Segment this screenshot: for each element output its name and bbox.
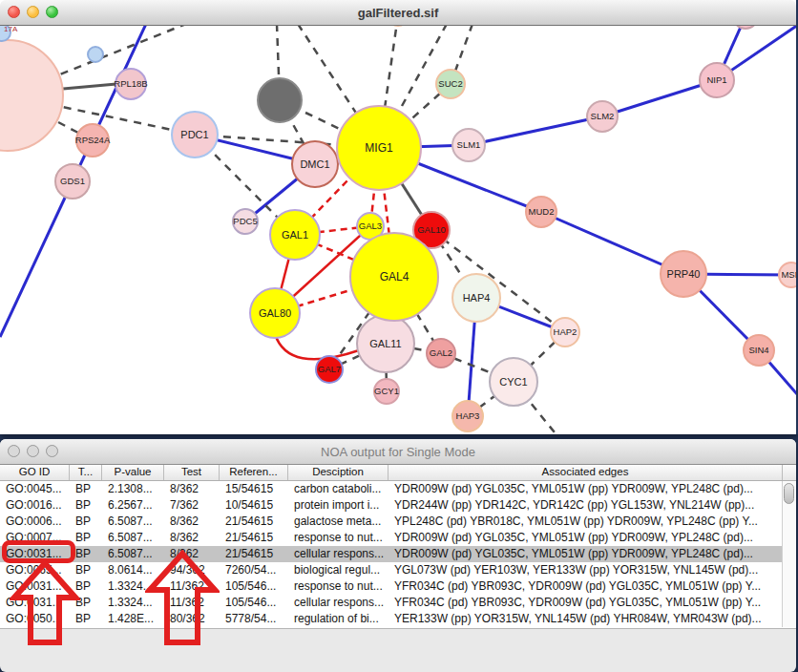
cell: galactose meta... <box>288 514 388 530</box>
table-row[interactable]: GO:0016...BP6.2567...7/36210/54615protei… <box>0 497 783 514</box>
cell: YDR244W (pp) YDR142C, YDR142C (pp) YGL15… <box>388 497 783 514</box>
node-label: SLM1 <box>457 139 481 150</box>
table-header-row: GO IDT...P-valueTestReferen...Desciption… <box>0 464 796 481</box>
node-gray-node[interactable] <box>258 78 302 122</box>
cell: 94/362 <box>164 562 220 578</box>
cell: GO:0031... <box>0 595 70 611</box>
edge-blue[interactable] <box>73 25 146 181</box>
node-label: HAP4 <box>463 292 491 304</box>
cell: BP <box>70 578 102 595</box>
network-window-titlebar[interactable]: galFiltered.sif <box>0 0 796 26</box>
cell: BP <box>70 562 102 578</box>
cell: 21/54615 <box>220 514 288 530</box>
node-label: HAP2 <box>554 326 578 337</box>
edge-blue[interactable] <box>0 181 73 337</box>
node-label: GAL7 <box>318 364 341 374</box>
column-header-pvalue[interactable]: P-value <box>102 464 164 480</box>
network-window: RPL18BRPS24AGDS1PDC1DMC1SUC2MIG1SLM1SLM2… <box>0 0 798 434</box>
node-bigpink[interactable] <box>0 40 63 151</box>
cell: GO:0050... <box>0 611 70 627</box>
cell: 10/54615 <box>220 497 288 514</box>
node-label: GDS1 <box>60 176 85 186</box>
node-label: DMC1 <box>300 158 329 170</box>
table-row[interactable]: GO:0045...BP2.1308...8/36215/54615carbon… <box>0 481 783 497</box>
cell: 6.5087... <box>102 530 164 546</box>
cell: YFR034C (pd) YBR093C, YDR009W (pd) YGL03… <box>388 578 783 595</box>
node-label: PDC1 <box>180 129 208 140</box>
node-label: PDC5 <box>233 216 257 226</box>
node-label: GCY1 <box>374 386 399 396</box>
cell: 21/54615 <box>220 530 288 546</box>
node-label: SUC2 <box>438 78 462 89</box>
cell: BP <box>70 481 102 497</box>
table-row[interactable]: GO:0065...BP8.0614...94/3627260/54...bio… <box>0 562 783 578</box>
cell: 6.5087... <box>102 514 164 530</box>
node-label: MSN <box>781 269 796 280</box>
column-header-test[interactable]: Test <box>164 464 220 480</box>
cell: GO:0065... <box>0 562 70 578</box>
cell: 8/362 <box>164 546 220 562</box>
cell: GO:0045... <box>0 481 70 497</box>
cell: 8/362 <box>164 530 220 546</box>
cell: YFR034C (pd) YBR093C, YDR009W (pd) YGL03… <box>388 595 783 611</box>
noa-window-titlebar[interactable]: NOA output for Single Mode <box>0 439 796 465</box>
cell: carbon cataboli... <box>288 481 388 497</box>
table-row[interactable]: GO:0050...BP1.428E...80/3625778/54...reg… <box>0 611 783 627</box>
column-header-t[interactable]: T... <box>70 464 102 480</box>
node-label: NIP1 <box>706 74 726 85</box>
cell: 11/362 <box>164 578 220 595</box>
cell: regulation of bi... <box>288 611 388 627</box>
close-icon[interactable] <box>8 6 20 18</box>
node-label: GAL80 <box>259 307 291 319</box>
table-row[interactable]: GO:0006...BP6.5087...8/36221/54615galact… <box>0 514 783 530</box>
cell: biological regul... <box>288 562 388 578</box>
edge-gray-dash[interactable] <box>431 230 565 332</box>
cell: 80/362 <box>164 611 220 627</box>
minimize-icon-inactive <box>27 445 39 457</box>
node-label: GAL11 <box>369 338 401 349</box>
node-label: RPS24A <box>75 135 111 145</box>
node-label: MUD2 <box>529 206 555 217</box>
node-label: GAL1 <box>282 229 308 241</box>
node-small-blue[interactable] <box>88 47 103 62</box>
node-label: GAL2 <box>430 347 452 358</box>
table-row[interactable]: GO:0031...BP1.3324...11/362105/546...res… <box>0 578 783 595</box>
cell: response to nut... <box>288 530 388 546</box>
cell: 8.0614... <box>102 562 164 578</box>
cell: GO:0016... <box>0 497 70 514</box>
cell: BP <box>70 595 102 611</box>
cell: 105/546... <box>220 578 288 595</box>
table-body: GO:0045...BP2.1308...8/36215/54615carbon… <box>0 481 783 627</box>
table-row[interactable]: GO:0031...BP1.3324...11/362105/546...cel… <box>0 595 783 611</box>
node-label: SIN4 <box>748 345 768 355</box>
cell: BP <box>70 546 102 562</box>
node-label: MIG1 <box>365 141 393 155</box>
node-label: RPL18B <box>114 78 147 89</box>
table-row[interactable]: GO:0007...BP6.5087...8/36221/54615respon… <box>0 530 783 546</box>
cell: 8/362 <box>164 514 220 530</box>
cell: YDR009W (pd) YGL035C, YML051W (pp) YDR00… <box>388 530 783 546</box>
zoom-icon[interactable] <box>46 6 58 18</box>
cell: 7260/54... <box>220 562 288 578</box>
noa-window-title: NOA output for Single Mode <box>0 445 796 459</box>
column-header-referen[interactable]: Referen... <box>220 464 288 480</box>
edge-red[interactable] <box>275 334 359 359</box>
column-header-goid[interactable]: GO ID <box>0 464 70 480</box>
cell: 7/362 <box>164 497 220 514</box>
minimize-icon[interactable] <box>27 6 39 18</box>
cell: protein import i... <box>288 497 388 514</box>
corner-node-label: 17A <box>4 25 18 33</box>
vertical-scrollbar[interactable] <box>782 481 796 627</box>
edge-blue[interactable] <box>469 116 602 145</box>
cell: GO:0031... <box>0 578 70 595</box>
network-canvas[interactable]: RPL18BRPS24AGDS1PDC1DMC1SUC2MIG1SLM1SLM2… <box>0 25 796 434</box>
node-label: GAL10 <box>417 224 446 235</box>
column-header-associatededges[interactable]: Associated edges <box>388 464 783 480</box>
scrollbar-thumb[interactable] <box>784 483 794 504</box>
cell: GO:0007... <box>0 530 70 546</box>
noa-results-table: GO IDT...P-valueTestReferen...Desciption… <box>0 464 796 629</box>
table-row-selected[interactable]: GO:0031...BP6.5087...8/36221/54615cellul… <box>0 546 783 562</box>
column-header-desciption[interactable]: Desciption <box>288 464 388 480</box>
network-graph: RPL18BRPS24AGDS1PDC1DMC1SUC2MIG1SLM1SLM2… <box>0 25 796 434</box>
cell: 6.5087... <box>102 546 164 562</box>
